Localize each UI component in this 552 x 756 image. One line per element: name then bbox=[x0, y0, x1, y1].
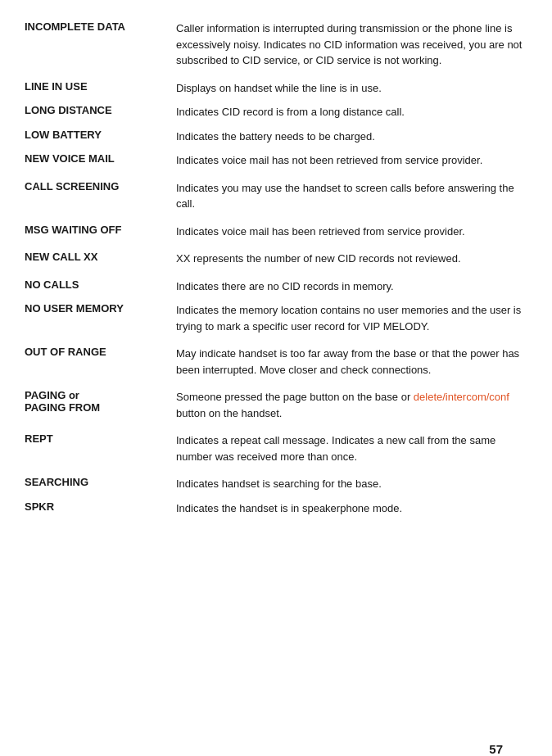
desc-text: Indicates handset is searching for the b… bbox=[176, 478, 382, 490]
desc-cell: Displays on handset while the line is in… bbox=[176, 76, 527, 101]
desc-cell: Indicates the memory location contains n… bbox=[176, 298, 527, 338]
table-row: SEARCHINGIndicates handset is searching … bbox=[25, 472, 527, 496]
table-row: LONG DISTANCEIndicates CID record is fro… bbox=[25, 100, 527, 124]
table-row: INCOMPLETE DATACaller information is int… bbox=[25, 16, 527, 73]
desc-cell: Indicates voice mail has not been retrie… bbox=[176, 148, 527, 173]
term-cell: NEW CALL XX bbox=[25, 247, 176, 271]
table-row: REPTIndicates a repeat call message. Ind… bbox=[25, 428, 527, 469]
desc-cell: Indicates the battery needs to be charge… bbox=[176, 124, 527, 149]
highlight-text: delete/intercom/conf bbox=[414, 391, 509, 403]
desc-cell: Caller information is interrupted during… bbox=[176, 16, 527, 73]
desc-text: Indicates you may use the handset to scr… bbox=[176, 182, 514, 211]
table-row: SPKRIndicates the handset is in speakerp… bbox=[25, 496, 527, 521]
desc-text: Caller information is interrupted during… bbox=[176, 22, 522, 66]
term-cell: PAGING orPAGING FROM bbox=[25, 385, 176, 425]
desc-text: Displays on handset while the line is in… bbox=[176, 82, 382, 94]
term-cell: REPT bbox=[25, 428, 176, 469]
page-number: 57 bbox=[489, 742, 503, 756]
desc-cell: XX represents the number of new CID reco… bbox=[176, 247, 527, 271]
term-cell: INCOMPLETE DATA bbox=[25, 16, 176, 73]
desc-cell: Indicates you may use the handset to scr… bbox=[176, 176, 527, 216]
term-text: PAGING or bbox=[25, 389, 79, 401]
desc-text: Indicates voice mail has been retrieved … bbox=[176, 225, 465, 238]
table-row: PAGING orPAGING FROMSomeone pressed the … bbox=[25, 385, 527, 425]
table-row: NO CALLSIndicates there are no CID recor… bbox=[25, 274, 527, 299]
term-text: PAGING FROM bbox=[25, 401, 100, 414]
desc-cell: Someone pressed the page button on the b… bbox=[176, 385, 527, 425]
term-cell: LONG DISTANCE bbox=[25, 100, 176, 124]
term-cell: SEARCHING bbox=[25, 472, 176, 496]
desc-cell: May indicate handset is too far away fro… bbox=[176, 342, 527, 382]
table-row: LOW BATTERYIndicates the battery needs t… bbox=[25, 124, 527, 149]
table-row: NEW VOICE MAILIndicates voice mail has n… bbox=[25, 148, 527, 173]
term-cell: MSG WAITING OFF bbox=[25, 220, 176, 244]
desc-cell: Indicates a repeat call message. Indicat… bbox=[176, 428, 527, 469]
term-cell: SPKR bbox=[25, 496, 176, 521]
desc-cell: Indicates handset is searching for the b… bbox=[176, 472, 527, 496]
desc-text: May indicate handset is too far away fro… bbox=[176, 347, 519, 376]
desc-text: Indicates voice mail has not been retrie… bbox=[176, 154, 482, 166]
term-cell: NO USER MEMORY bbox=[25, 298, 176, 338]
desc-text: Indicates CID record is from a long dist… bbox=[176, 106, 405, 118]
table-row: LINE IN USEDisplays on handset while the… bbox=[25, 76, 527, 101]
glossary-table: INCOMPLETE DATACaller information is int… bbox=[25, 16, 527, 520]
desc-text: Indicates a repeat call message. Indicat… bbox=[176, 434, 495, 463]
term-cell: CALL SCREENING bbox=[25, 176, 176, 216]
table-row: NEW CALL XXXX represents the number of n… bbox=[25, 247, 527, 271]
desc-text: Indicates there are no CID records in me… bbox=[176, 280, 394, 292]
page-wrapper: INCOMPLETE DATACaller information is int… bbox=[25, 16, 527, 756]
desc-cell: Indicates voice mail has been retrieved … bbox=[176, 220, 527, 244]
term-cell: NEW VOICE MAIL bbox=[25, 148, 176, 173]
desc-text: Indicates the handset is in speakerphone… bbox=[176, 502, 402, 514]
table-row: OUT OF RANGEMay indicate handset is too … bbox=[25, 342, 527, 382]
desc-cell: Indicates there are no CID records in me… bbox=[176, 274, 527, 299]
desc-text: Indicates the memory location contains n… bbox=[176, 304, 521, 333]
table-row: MSG WAITING OFFIndicates voice mail has … bbox=[25, 220, 527, 244]
table-row: CALL SCREENINGIndicates you may use the … bbox=[25, 176, 527, 216]
desc-text: XX represents the number of new CID reco… bbox=[176, 252, 461, 265]
term-cell: LOW BATTERY bbox=[25, 124, 176, 149]
desc-text: Indicates the battery needs to be charge… bbox=[176, 130, 375, 143]
desc-cell: Indicates CID record is from a long dist… bbox=[176, 100, 527, 124]
term-cell: OUT OF RANGE bbox=[25, 342, 176, 382]
table-row: NO USER MEMORYIndicates the memory locat… bbox=[25, 298, 527, 338]
term-cell: NO CALLS bbox=[25, 274, 176, 299]
desc-cell: Indicates the handset is in speakerphone… bbox=[176, 496, 527, 521]
term-cell: LINE IN USE bbox=[25, 76, 176, 101]
